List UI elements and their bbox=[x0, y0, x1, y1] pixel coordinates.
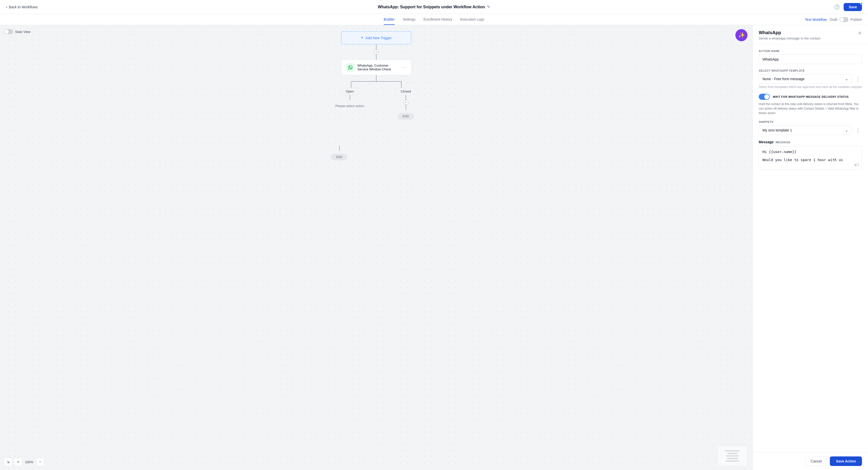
open-branch-line bbox=[350, 95, 350, 100]
minimap-lines bbox=[725, 450, 740, 462]
wait-toggle-field: WAIT FOR WHATSAPP MESSAGE DELIVERY STATU… bbox=[759, 94, 862, 115]
back-button[interactable]: ‹ Back to Workflows bbox=[6, 5, 38, 9]
history-icon[interactable]: 🕐 bbox=[834, 4, 840, 10]
open-branch-pill: Open bbox=[340, 88, 360, 95]
template-select-row: None - Free form message ⌄ ⋮ bbox=[759, 74, 862, 84]
template-chevron-icon: ⌄ bbox=[845, 77, 848, 81]
closed-line bbox=[406, 95, 406, 100]
template-more-icon[interactable]: ⋮ bbox=[854, 75, 862, 83]
panel-footer: Cancel Save Action bbox=[753, 452, 868, 470]
connector-line-1 bbox=[376, 45, 376, 50]
panel-body: ACTION NAME SELECT WHATSAPP TEMPLATE Non… bbox=[753, 45, 868, 452]
tab-settings[interactable]: Settings bbox=[403, 14, 415, 25]
action-name-input[interactable] bbox=[759, 55, 862, 64]
edit-icon[interactable]: ✎ bbox=[487, 4, 490, 9]
panel-subtitle: Sends a whatsapp message to the contact bbox=[759, 36, 820, 40]
message-area-wrapper: Hi {{user.name}} Would you like to spare… bbox=[759, 146, 862, 171]
minimap-line-3 bbox=[726, 456, 739, 457]
closed-connector: + bbox=[403, 95, 408, 110]
panel-header-text: WhatsApp Sends a whatsapp message to the… bbox=[759, 30, 820, 40]
draft-toggle[interactable] bbox=[839, 17, 848, 22]
stats-view-toggle: Stats View bbox=[4, 29, 30, 34]
workflow-canvas: Stats View ✨ + Add New Trigger + bbox=[0, 25, 752, 470]
open-end-line bbox=[339, 146, 340, 151]
panel-title: WhatsApp bbox=[759, 30, 820, 35]
minimap-line-5 bbox=[725, 461, 739, 462]
message-title: Message bbox=[759, 140, 774, 144]
toggle-knob bbox=[840, 18, 844, 22]
stats-switch[interactable] bbox=[4, 29, 13, 34]
save-button[interactable]: Save bbox=[844, 3, 862, 11]
snippets-select-row: My sms template 1 ⌄ ⋮ bbox=[759, 125, 862, 135]
connector-line-2 bbox=[376, 55, 376, 60]
nav-right: Test Workflow Draft Publish bbox=[805, 17, 862, 22]
action-name-label: ACTION NAME bbox=[759, 50, 862, 53]
action-node-menu-icon[interactable]: ⋯ bbox=[402, 65, 406, 70]
save-action-button[interactable]: Save Action bbox=[830, 457, 862, 466]
branch-svg bbox=[316, 75, 436, 88]
snippet-chevron-icon: ⌄ bbox=[845, 128, 848, 132]
wait-toggle-row: WAIT FOR WHATSAPP MESSAGE DELIVERY STATU… bbox=[759, 94, 862, 100]
panel-close-button[interactable]: ✕ bbox=[858, 30, 862, 36]
closed-end-node: END bbox=[398, 113, 414, 120]
add-plus-icon: + bbox=[361, 35, 364, 40]
back-label: Back to Workflows bbox=[9, 5, 38, 9]
template-helper-text: Select from templates which are approved… bbox=[759, 85, 862, 89]
message-section: Message MESSAGE Hi {{user.name}} Would y… bbox=[759, 140, 862, 171]
template-dropdown[interactable]: None - Free form message ⌄ bbox=[759, 74, 852, 84]
wait-toggle-knob bbox=[764, 94, 769, 99]
branch-row: Open Please select action Closed + END bbox=[335, 88, 417, 120]
minimap-line-1 bbox=[725, 450, 740, 451]
message-sublabel: MESSAGE bbox=[776, 141, 790, 144]
minimap-line-4 bbox=[727, 458, 738, 459]
tab-builder[interactable]: Builder bbox=[384, 14, 395, 25]
minimap-content bbox=[718, 446, 747, 466]
minimap-line-2 bbox=[727, 453, 737, 454]
action-name-field: ACTION NAME bbox=[759, 50, 862, 64]
message-textarea[interactable]: Hi {{user.name}} Would you like to spare… bbox=[759, 146, 862, 170]
template-label: SELECT WHATSAPP TEMPLATE bbox=[759, 69, 862, 72]
workflow-nodes: + Add New Trigger + What bbox=[0, 25, 752, 470]
nav-tabs: Builder Settings Enrollment History Exec… bbox=[0, 14, 868, 25]
tag-icon[interactable]: 🏷 bbox=[855, 163, 859, 168]
wait-toggle-label: WAIT FOR WHATSAPP MESSAGE DELIVERY STATU… bbox=[773, 95, 849, 98]
header-center: WhatsApp: Support for Snippets under Wor… bbox=[378, 4, 490, 9]
add-node-button-1[interactable]: + bbox=[374, 50, 379, 55]
draft-label: Draft bbox=[830, 18, 837, 22]
template-value: None - Free form message bbox=[763, 77, 804, 81]
expand-button[interactable]: ⇲ bbox=[4, 458, 12, 466]
tab-execution-logs[interactable]: Execution Logs bbox=[460, 14, 484, 25]
workflow-title: WhatsApp: Support for Snippets under Wor… bbox=[378, 5, 485, 9]
action-node-title: WhatsApp: Customer Service Window Check bbox=[358, 64, 399, 71]
wait-toggle-description: Hold the contact at this step until deli… bbox=[759, 102, 862, 115]
template-field: SELECT WHATSAPP TEMPLATE None - Free for… bbox=[759, 69, 862, 89]
add-node-closed[interactable]: + bbox=[403, 100, 408, 105]
cancel-button[interactable]: Cancel bbox=[805, 457, 827, 466]
panel-header: WhatsApp Sends a whatsapp message to the… bbox=[753, 25, 868, 45]
action-node-text: WhatsApp: Customer Service Window Check bbox=[358, 64, 399, 71]
tab-enrollment-history[interactable]: Enrollment History bbox=[424, 14, 452, 25]
stats-switch-knob bbox=[4, 30, 8, 34]
open-branch: Open Please select action bbox=[335, 88, 365, 108]
header: ‹ Back to Workflows WhatsApp: Support fo… bbox=[0, 0, 868, 14]
magic-wand-button[interactable]: ✨ bbox=[735, 29, 747, 41]
whatsapp-action-node[interactable]: WhatsApp: Customer Service Window Check … bbox=[341, 60, 411, 75]
header-left: ‹ Back to Workflows bbox=[6, 5, 38, 9]
snippets-label: SNIPPETS bbox=[759, 120, 862, 123]
whatsapp-node-icon bbox=[346, 63, 354, 71]
open-end-node: END bbox=[331, 154, 347, 160]
wait-toggle[interactable] bbox=[759, 94, 770, 100]
snippet-more-icon[interactable]: ⋮ bbox=[854, 126, 862, 134]
snippets-dropdown[interactable]: My sms template 1 ⌄ bbox=[759, 125, 852, 135]
message-label-row: Message MESSAGE bbox=[759, 140, 862, 144]
zoom-out-button[interactable]: − bbox=[36, 458, 44, 466]
zoom-in-button[interactable]: + bbox=[14, 458, 22, 466]
closed-branch-pill: Closed bbox=[395, 88, 417, 95]
add-trigger-node[interactable]: + Add New Trigger bbox=[341, 31, 411, 45]
please-select-action[interactable]: Please select action bbox=[335, 104, 365, 108]
add-trigger-label: Add New Trigger bbox=[366, 36, 392, 40]
open-end-wrapper: END bbox=[331, 146, 347, 160]
test-workflow-button[interactable]: Test Workflow bbox=[805, 18, 827, 22]
right-panel: WhatsApp Sends a whatsapp message to the… bbox=[752, 25, 868, 470]
snippet-value: My sms template 1 bbox=[763, 128, 792, 132]
